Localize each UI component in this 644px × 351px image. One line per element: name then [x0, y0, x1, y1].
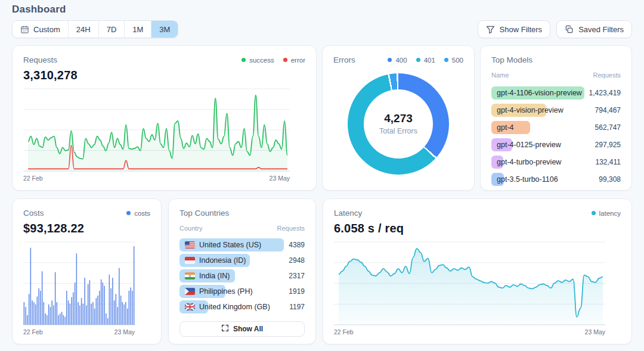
country-row-bar-cell: Indonesia (ID): [179, 254, 284, 267]
legend-dot-icon: [388, 58, 392, 62]
costs-legend: costs: [126, 210, 150, 217]
show-all-button[interactable]: Show All: [179, 321, 305, 337]
model-row-bar-cell: gpt-4-turbo-preview: [491, 156, 591, 169]
top-models-card: Top Models Name Requests gpt-4-1106-visi…: [480, 45, 632, 191]
time-range-label: 24H: [76, 25, 91, 34]
toolbar-filters: Show Filters Saved Filters: [478, 20, 632, 38]
model-requests: 99,308: [599, 175, 621, 184]
time-range-custom[interactable]: Custom: [13, 21, 69, 38]
country-requests: 1919: [289, 287, 305, 296]
saved-filters-button[interactable]: Saved Filters: [556, 20, 632, 38]
country-row-bar-cell: United Kingdom (GB): [179, 300, 284, 313]
latency-card: Latency latency 6.058 s / req 22 Feb 23 …: [323, 198, 632, 344]
models-table-header: Name Requests: [491, 72, 621, 79]
legend-item-error: error: [283, 57, 305, 64]
legend-label: success: [249, 57, 274, 64]
model-row-bar-cell: gpt-4: [491, 121, 590, 134]
time-range-7d[interactable]: 7D: [99, 21, 125, 38]
country-row-bar-cell: India (IN): [179, 269, 284, 282]
model-requests: 794,467: [595, 106, 621, 114]
x-axis-start-label: 22 Feb: [23, 328, 43, 336]
legend-item-success: success: [242, 57, 274, 64]
country-row-bar-cell: Philippines (PH): [179, 285, 284, 298]
dashboard-page: Dashboard Custom24H7D1M3M Show Filters S…: [0, 0, 644, 344]
time-range-3m[interactable]: 3M: [151, 21, 178, 38]
model-row-bar-cell: gpt-4-0125-preview: [491, 138, 590, 151]
errors-legend: 400401500: [388, 57, 463, 64]
models-table-rows: gpt-4-1106-vision-preview1,423,419gpt-4-…: [491, 84, 621, 188]
top-row: Requests successerror 3,310,278 22 Feb 2…: [12, 45, 632, 191]
model-requests: 297,925: [595, 141, 621, 149]
country-name: India (IN): [179, 272, 230, 280]
models-col-name: Name: [491, 72, 509, 79]
country-row: United Kingdom (GB)1197: [179, 299, 305, 315]
country-name: United States (US): [179, 241, 261, 249]
country-requests: 2317: [289, 272, 305, 280]
requests-x-axis: 22 Feb 23 May: [23, 173, 305, 183]
errors-donut-chart: 4,273 Total Errors: [348, 73, 449, 175]
model-row-bar-cell: gpt-3.5-turbo-1106: [491, 173, 594, 186]
countries-col-requests: Requests: [277, 225, 305, 232]
model-name: gpt-4-0125-preview: [491, 141, 561, 149]
model-row-bar-cell: gpt-4-1106-vision-preview: [491, 86, 584, 100]
legend-label: latency: [599, 210, 621, 217]
country-row: United States (US)4389: [179, 237, 305, 253]
copy-icon: [565, 25, 574, 34]
model-name: gpt-4-turbo-preview: [491, 158, 561, 166]
legend-dot-icon: [444, 58, 448, 62]
errors-card: Errors 400401500 4,273 Total Errors: [322, 45, 475, 191]
latency-legend: latency: [592, 210, 621, 217]
country-requests: 1197: [289, 303, 305, 311]
funnel-icon: [486, 25, 495, 34]
time-range-label: 1M: [132, 25, 143, 34]
country-name: Indonesia (ID): [179, 256, 246, 265]
show-all-label: Show All: [233, 325, 263, 333]
countries-table-rows: United States (US)4389Indonesia (ID)2948…: [179, 237, 305, 315]
time-range-1m[interactable]: 1M: [125, 21, 151, 38]
country-row-bar-cell: United States (US): [179, 238, 284, 251]
flag-icon-us: [185, 241, 195, 249]
models-col-requests: Requests: [593, 72, 621, 79]
toolbar: Custom24H7D1M3M Show Filters Saved Filte…: [12, 20, 632, 38]
show-filters-button[interactable]: Show Filters: [478, 20, 551, 38]
model-name: gpt-4-vision-preview: [491, 106, 564, 114]
flag-icon-ph: [185, 288, 195, 295]
costs-x-axis: 22 Feb 23 May: [23, 327, 150, 337]
country-requests: 4389: [289, 241, 305, 249]
model-name: gpt-4: [491, 123, 514, 132]
top-models-card-title: Top Models: [491, 55, 532, 64]
country-name: United Kingdom (GB): [179, 303, 270, 311]
costs-chart: [23, 235, 150, 327]
countries-table-header: Country Requests: [179, 225, 305, 232]
latency-avg-value: 6.058 s / req: [334, 222, 621, 235]
x-axis-end-label: 23 May: [270, 175, 290, 182]
requests-legend: successerror: [242, 57, 305, 64]
flag-icon-gb: [185, 303, 195, 310]
legend-label: 401: [424, 57, 435, 64]
model-row: gpt-4-0125-preview297,925: [491, 136, 621, 153]
requests-card-title: Requests: [23, 55, 57, 64]
time-range-24h[interactable]: 24H: [69, 21, 99, 38]
x-axis-start-label: 22 Feb: [23, 175, 43, 182]
model-row: gpt-3.5-turbo-110699,308: [491, 170, 621, 188]
bottom-row: Costs costs $93,128.22 22 Feb 23 May Top…: [12, 198, 632, 344]
country-requests: 2948: [289, 256, 305, 265]
legend-label: costs: [134, 210, 150, 217]
model-requests: 562,747: [595, 123, 621, 132]
legend-label: 500: [452, 57, 463, 64]
costs-card-title: Costs: [23, 209, 44, 218]
flag-icon-in: [185, 272, 195, 279]
expand-icon: [221, 324, 229, 334]
page-title: Dashboard: [12, 4, 632, 15]
model-row: gpt-4-turbo-preview132,411: [491, 153, 621, 170]
latency-chart: [334, 235, 621, 327]
model-name: gpt-3.5-turbo-1106: [491, 175, 558, 184]
country-name: Philippines (PH): [179, 287, 253, 296]
model-row: gpt-4562,747: [491, 119, 621, 136]
countries-col-country: Country: [179, 225, 203, 232]
model-requests: 132,411: [596, 158, 621, 166]
donut-center: 4,273 Total Errors: [364, 89, 433, 159]
x-axis-start-label: 22 Feb: [334, 328, 354, 336]
country-row: Philippines (PH)1919: [179, 284, 305, 299]
legend-label: 400: [395, 57, 407, 64]
